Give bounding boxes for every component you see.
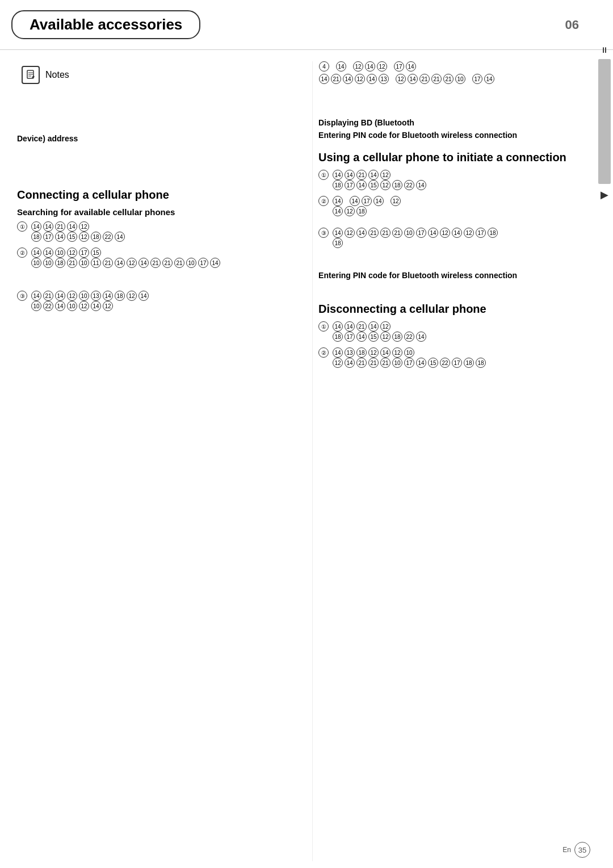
page-footer: En 35 (562, 842, 590, 858)
c18-b: 18 (91, 232, 101, 242)
connecting-title: Connecting a cellular phone (17, 188, 289, 202)
chapter-number: 06 (565, 18, 579, 32)
c14: 14 (31, 221, 41, 232)
connecting-step1: ① 14 14 21 14 12 18 17 14 15 12 (17, 221, 289, 242)
right-column: 4 14 12 14 12 17 14 14 21 14 12 14 13 12 (312, 61, 596, 861)
connecting-step3-left: ③ 14 21 14 12 10 13 14 18 12 14 (17, 291, 289, 311)
c15: 15 (67, 232, 77, 242)
step1-row2: 18 17 14 15 12 18 22 14 (31, 232, 125, 242)
connecting-step2: ② 14 14 10 12 17 15 10 10 18 21 (17, 248, 289, 268)
notes-box: Notes (17, 61, 289, 89)
step1-row1: 14 14 21 14 12 (31, 221, 125, 232)
c12: 12 (79, 221, 89, 232)
page-title: Available accessories (11, 10, 200, 39)
side-tab: ⏸ ▶ (596, 45, 613, 201)
connecting-section: Connecting a cellular phone Searching fo… (17, 188, 289, 311)
bd-address-label: Device) address (17, 134, 78, 143)
bd-display-section: Displaying BD (Bluetooth Entering PIN co… (318, 118, 596, 140)
tab-bar (598, 59, 611, 184)
step3: ③ 14 21 14 12 10 13 14 18 12 14 (17, 291, 289, 311)
using-cellular-section: Using a cellular phone to initiate a con… (318, 151, 596, 248)
using-step2: ② 14 14 17 14 12 14 12 18 (318, 196, 596, 216)
c22: 22 (103, 232, 113, 242)
disconnecting-title: Disconnecting a cellular phone (318, 303, 596, 316)
step2-row2: 10 10 18 21 10 11 21 14 12 14 21 21 21 1… (31, 258, 221, 268)
step2-num: ② (17, 248, 27, 258)
notes-icon (22, 66, 40, 84)
c12-b: 12 (79, 232, 89, 242)
c18: 18 (31, 232, 41, 242)
c14-b: 14 (67, 221, 77, 232)
bd-display-label: Displaying BD (Bluetooth (318, 118, 414, 127)
c21: 21 (55, 221, 65, 232)
right-top-circles: 4 14 12 14 12 17 14 14 21 14 12 14 13 12 (318, 61, 596, 84)
c14-c: 14 (55, 232, 65, 242)
pin-entry-label: Entering PIN code for Bluetooth wireless… (318, 131, 517, 140)
disconnecting-step1: ① 14 14 21 14 12 18 17 14 15 12 (318, 321, 596, 342)
step1-num: ① (17, 221, 27, 232)
disconnecting-step2: ② 14 13 18 12 14 12 10 12 14 21 (318, 347, 596, 368)
search-title: Searching for available cellular phones (17, 207, 289, 217)
c17: 17 (43, 232, 53, 242)
left-column: Notes Device) address Connecting a cellu… (17, 61, 301, 861)
page-header: Available accessories 06 (0, 0, 613, 50)
disconnecting-section: Disconnecting a cellular phone ① 14 14 2… (318, 303, 596, 368)
using-step3: ③ 14 12 14 21 21 21 10 17 14 12 14 1 (318, 228, 596, 248)
play-icon: ▶ (601, 188, 608, 201)
using-cellular-title: Using a cellular phone to initiate a con… (318, 151, 596, 164)
footer-en-label: En (562, 846, 571, 854)
pause-icon: ⏸ (601, 45, 608, 54)
using-step1: ① 14 14 21 14 12 18 17 14 15 12 (318, 170, 596, 190)
bd-address-block: Device) address (17, 134, 289, 143)
pin-entry-right-label: Entering PIN code for Bluetooth wireless… (318, 271, 517, 280)
pin-entry-right: Entering PIN code for Bluetooth wireless… (318, 271, 596, 280)
notes-label: Notes (45, 70, 69, 80)
step2-row1: 14 14 10 12 17 15 (31, 248, 221, 258)
c14-21: 14 (43, 221, 53, 232)
page-number: 35 (574, 842, 590, 858)
main-content: Notes Device) address Connecting a cellu… (0, 50, 613, 868)
c14-d: 14 (115, 232, 125, 242)
